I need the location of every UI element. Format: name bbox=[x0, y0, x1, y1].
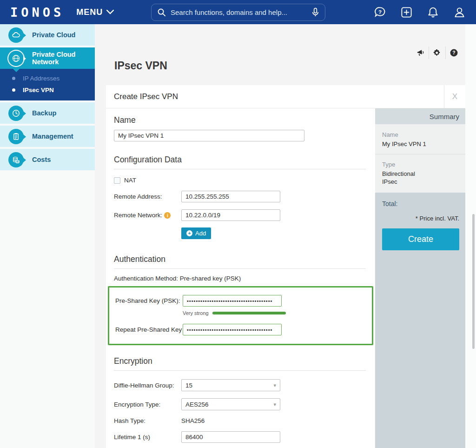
psk-input[interactable] bbox=[183, 295, 282, 307]
backup-clock-icon bbox=[8, 106, 24, 121]
remote-network-label-text: Remote Network: bbox=[114, 212, 162, 219]
add-product-icon[interactable] bbox=[400, 6, 413, 19]
lifetime1-row: Lifetime 1 (s) bbox=[114, 431, 366, 443]
page-title: IPsec VPN bbox=[114, 60, 167, 72]
svg-text:?: ? bbox=[452, 50, 455, 55]
hash-type-label: Hash Type: bbox=[114, 417, 181, 424]
vpn-form: Name Configuration Data NAT Remote Addre… bbox=[106, 108, 375, 448]
account-user-icon[interactable] bbox=[453, 6, 466, 19]
nat-label: NAT bbox=[124, 177, 136, 184]
chevron-down-icon: ▾ bbox=[273, 401, 276, 408]
ionos-logo: IONOS bbox=[10, 5, 64, 20]
summary-panel: Summary Name My IPsec VPN 1 Type Bidirec… bbox=[375, 108, 465, 448]
remote-address-row: Remote Address: bbox=[114, 191, 366, 202]
top-bar: IONOS MENU ? bbox=[0, 0, 476, 24]
name-section-heading: Name bbox=[114, 115, 366, 125]
help-question-icon[interactable]: ? bbox=[445, 47, 462, 59]
sidebar-item-management[interactable]: Management bbox=[0, 126, 95, 147]
sidebar-item-label: Management bbox=[32, 133, 73, 140]
settings-gear-icon[interactable] bbox=[429, 47, 445, 59]
feedback-megaphone-icon[interactable] bbox=[412, 47, 429, 59]
encryption-type-value: AES256 bbox=[185, 401, 209, 408]
nat-checkbox[interactable] bbox=[114, 177, 120, 184]
close-icon[interactable]: X bbox=[444, 85, 465, 108]
summary-type-value-line1: Bidirectional bbox=[382, 170, 459, 177]
panel-header: Create IPsec VPN X bbox=[106, 85, 465, 108]
search-input[interactable] bbox=[171, 8, 307, 16]
chevron-down-icon bbox=[106, 10, 114, 14]
remote-address-input[interactable] bbox=[181, 191, 280, 202]
add-network-button[interactable]: + Add bbox=[181, 227, 211, 239]
summary-details: Name My IPsec VPN 1 Type Bidirectional I… bbox=[375, 124, 465, 193]
bullet-dot-icon bbox=[12, 88, 15, 92]
password-strength-row: Very strong bbox=[183, 310, 364, 316]
menu-button[interactable]: MENU bbox=[76, 7, 114, 17]
vpn-name-input[interactable] bbox=[114, 130, 304, 141]
sidebar-item-label: Private Cloud bbox=[32, 31, 75, 39]
summary-title: Summary bbox=[375, 108, 465, 124]
psk-label: Pre-Shared Key (PSK): bbox=[115, 297, 183, 304]
hash-type-value: SHA256 bbox=[181, 417, 205, 424]
remote-network-input[interactable] bbox=[181, 209, 280, 221]
sidebar-item-private-cloud[interactable]: Private Cloud bbox=[0, 24, 95, 46]
psk-row: Pre-Shared Key (PSK): bbox=[115, 295, 364, 307]
info-icon[interactable]: i bbox=[164, 212, 171, 219]
psk-highlight-box: Pre-Shared Key (PSK): Very strong Repeat… bbox=[108, 286, 373, 345]
topbar-icon-group: ? bbox=[374, 0, 466, 24]
section-divider bbox=[114, 169, 366, 169]
submenu-item-ip-addresses[interactable]: IP Addresses bbox=[0, 73, 95, 84]
total-label: Total: bbox=[382, 200, 459, 207]
panel-title: Create IPsec VPN bbox=[114, 92, 178, 101]
summary-name-value: My IPsec VPN 1 bbox=[382, 140, 459, 147]
summary-total-section: Total: * Price incl. VAT. Create bbox=[375, 193, 465, 448]
create-ipsec-vpn-panel: Create IPsec VPN X Name Configuration Da… bbox=[106, 85, 465, 448]
add-button-label: Add bbox=[195, 230, 206, 237]
strength-meter-bar bbox=[212, 312, 286, 314]
sidebar-item-label: Backup bbox=[32, 109, 56, 117]
summary-type-value-line2: IPsec bbox=[382, 178, 459, 185]
notifications-bell-icon[interactable] bbox=[427, 6, 439, 19]
remote-address-label: Remote Address: bbox=[114, 193, 181, 200]
sidebar: Private Cloud Private Cloud Network IP A… bbox=[0, 24, 95, 448]
management-clipboard-icon bbox=[8, 129, 24, 144]
sidebar-item-costs[interactable]: Costs bbox=[0, 149, 95, 170]
encryption-type-select[interactable]: AES256 ▾ bbox=[181, 398, 280, 410]
summary-type-label: Type bbox=[382, 161, 459, 168]
dh-group-select[interactable]: 15 ▾ bbox=[181, 379, 280, 391]
repeat-psk-input[interactable] bbox=[183, 324, 282, 335]
network-globe-icon bbox=[8, 51, 24, 66]
sidebar-submenu: IP Addresses IPsec VPN bbox=[0, 69, 95, 100]
costs-coins-icon bbox=[8, 152, 24, 167]
lifetime1-label: Lifetime 1 (s) bbox=[114, 434, 181, 441]
global-search[interactable] bbox=[151, 4, 325, 21]
sidebar-item-label: Private Cloud Network bbox=[32, 51, 95, 66]
microphone-icon[interactable] bbox=[311, 7, 319, 17]
help-chat-icon[interactable]: ? bbox=[374, 6, 386, 19]
submenu-item-label: IP Addresses bbox=[23, 75, 60, 82]
hash-type-row: Hash Type: SHA256 bbox=[114, 417, 366, 424]
cloud-icon bbox=[8, 27, 24, 43]
configuration-section-heading: Configuration Data bbox=[114, 155, 366, 165]
strength-label: Very strong bbox=[183, 310, 209, 316]
dh-group-row: Diffie-Hellman Group: 15 ▾ bbox=[114, 379, 366, 391]
chevron-down-icon: ▾ bbox=[273, 382, 276, 388]
section-divider bbox=[114, 268, 366, 269]
bullet-dot-icon bbox=[12, 77, 15, 80]
create-button[interactable]: Create bbox=[382, 228, 459, 250]
lifetime1-input[interactable] bbox=[181, 431, 280, 443]
authentication-section-heading: Authentication bbox=[114, 254, 366, 264]
page-action-bar: ? bbox=[412, 47, 462, 59]
sidebar-item-private-cloud-network[interactable]: Private Cloud Network bbox=[0, 47, 95, 69]
menu-label: MENU bbox=[76, 7, 103, 17]
submenu-item-label: IPsec VPN bbox=[23, 87, 54, 94]
repeat-psk-label: Repeat Pre-Shared Key bbox=[115, 326, 183, 333]
remote-network-row: Remote Network:i bbox=[114, 209, 366, 221]
submenu-item-ipsec-vpn[interactable]: IPsec VPN bbox=[0, 84, 95, 96]
authentication-method-text: Authentication Method: Pre-shared key (P… bbox=[114, 275, 366, 282]
vertical-scrollbar[interactable] bbox=[472, 214, 475, 349]
sidebar-item-label: Costs bbox=[32, 156, 51, 163]
encryption-section-heading: Encryption bbox=[114, 356, 366, 366]
sidebar-item-backup[interactable]: Backup bbox=[0, 102, 95, 124]
encryption-type-row: Encryption Type: AES256 ▾ bbox=[114, 398, 366, 410]
nat-row: NAT bbox=[114, 177, 366, 184]
